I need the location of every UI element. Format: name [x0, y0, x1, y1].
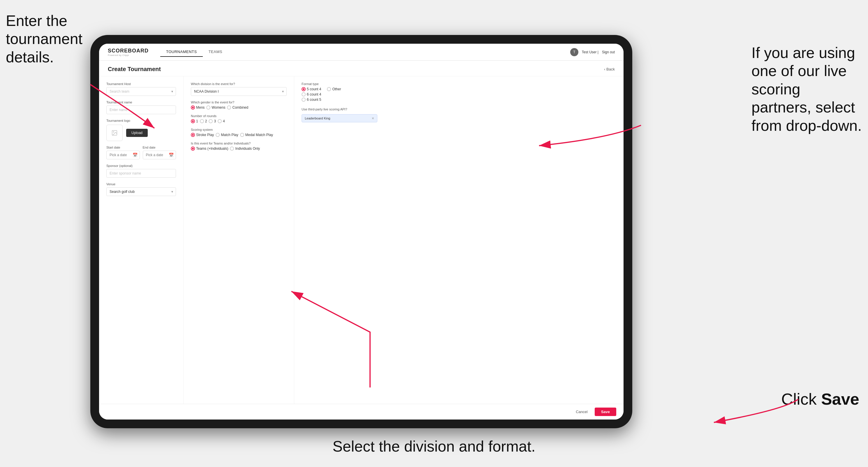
gender-womens[interactable]: Womens — [206, 105, 225, 110]
end-date-group: End date 📅 — [143, 146, 176, 159]
scoring-match-radio[interactable] — [216, 133, 220, 137]
format-6count5-radio[interactable] — [302, 98, 306, 102]
scoring-medal[interactable]: Medal Match Play — [240, 133, 273, 137]
rounds-label: Number of rounds — [191, 114, 287, 118]
gender-womens-radio[interactable] — [206, 105, 210, 110]
scoring-match[interactable]: Match Play — [216, 133, 238, 137]
individuals-only[interactable]: Individuals Only — [230, 147, 260, 151]
division-label: Which division is the event for? — [191, 82, 287, 86]
tab-teams[interactable]: TEAMS — [203, 47, 228, 57]
gender-mens-radio[interactable] — [191, 105, 195, 110]
end-date-label: End date — [143, 146, 176, 149]
rounds-4-radio[interactable] — [218, 119, 222, 123]
format-row-1: 5 count 4 Other — [302, 87, 377, 91]
form-body: Tournament Host Tournament name Tourname… — [99, 76, 624, 404]
tournament-name-group: Tournament name — [106, 100, 176, 114]
rounds-2-label: 2 — [205, 119, 207, 123]
division-group: Which division is the event for? NCAA Di… — [191, 82, 287, 96]
date-row: Start date 📅 End date 📅 — [106, 146, 176, 159]
rounds-1[interactable]: 1 — [191, 119, 198, 123]
start-date-calendar-icon: 📅 — [132, 153, 137, 157]
annotation-bottomright: Click Save — [781, 389, 859, 409]
annotation-bottom: Select the division and format. — [333, 437, 535, 455]
teams-plus-individuals[interactable]: Teams (+Individuals) — [191, 147, 228, 151]
user-name: Test User | — [582, 50, 598, 54]
start-date-label: Start date — [106, 146, 140, 149]
live-scoring-group: Use third-party live scoring API? Leader… — [302, 107, 377, 122]
cancel-button[interactable]: Cancel — [572, 408, 591, 416]
tab-tournaments[interactable]: TOURNAMENTS — [160, 47, 203, 57]
venue-select-wrapper: Search golf club — [106, 187, 176, 196]
scoring-medal-radio[interactable] — [240, 133, 244, 137]
rounds-1-radio[interactable] — [191, 119, 195, 123]
back-button[interactable]: ‹ Back — [604, 67, 615, 71]
tablet-screen: SCOREBOARD Powered by Clippi TOURNAMENTS… — [99, 44, 624, 419]
form-footer: Cancel Save — [99, 404, 624, 419]
gender-combined-radio[interactable] — [227, 105, 231, 110]
scoring-stroke[interactable]: Stroke Play — [191, 133, 214, 137]
format-6count5[interactable]: 6 count 5 — [302, 98, 321, 102]
format-row-2: 6 count 4 — [302, 92, 377, 96]
logo-title: SCOREBOARD — [108, 48, 149, 54]
nav-bar: SCOREBOARD Powered by Clippi TOURNAMENTS… — [99, 44, 624, 61]
venue-select[interactable]: Search golf club — [106, 187, 176, 196]
start-date-group: Start date 📅 — [106, 146, 140, 159]
left-column: Tournament Host Tournament name Tourname… — [99, 76, 184, 404]
nav-user: T Test User | Sign out — [570, 48, 615, 56]
annotation-topright: If you are using one of our live scoring… — [751, 44, 862, 134]
format-type-group: Format type 5 count 4 Other — [302, 82, 377, 103]
individuals-only-radio[interactable] — [230, 147, 234, 151]
logo-area: SCOREBOARD Powered by Clippi — [108, 48, 149, 57]
mid-column: Which division is the event for? NCAA Di… — [184, 76, 294, 404]
rounds-4-label: 4 — [223, 119, 225, 123]
rounds-3[interactable]: 3 — [209, 119, 216, 123]
format-5count4-radio[interactable] — [302, 87, 306, 91]
gender-combined[interactable]: Combined — [227, 105, 248, 110]
format-options: 5 count 4 Other 6 count 4 — [302, 87, 377, 103]
rounds-3-radio[interactable] — [209, 119, 213, 123]
rounds-3-label: 3 — [214, 119, 216, 123]
sign-out-link[interactable]: Sign out — [602, 50, 615, 54]
live-scoring-tag: Leaderboard King × — [302, 114, 377, 122]
tournament-host-label: Tournament Host — [106, 82, 176, 86]
format-5count4[interactable]: 5 count 4 — [302, 87, 321, 91]
scoring-group: Scoring system Stroke Play Match Play — [191, 128, 287, 137]
tournament-host-input[interactable] — [106, 87, 176, 96]
teams-plus-radio[interactable] — [191, 147, 195, 151]
rounds-2[interactable]: 2 — [200, 119, 207, 123]
tournament-name-input[interactable] — [106, 105, 176, 114]
format-other-label: Other — [332, 87, 341, 91]
format-5count4-label: 5 count 4 — [307, 87, 321, 91]
rounds-1-label: 1 — [196, 119, 198, 123]
page-header: Create Tournament ‹ Back — [99, 61, 624, 76]
venue-group: Venue Search golf club — [106, 182, 176, 196]
format-6count4[interactable]: 6 count 4 — [302, 92, 321, 96]
format-6count4-radio[interactable] — [302, 92, 306, 96]
gender-mens[interactable]: Mens — [191, 105, 205, 110]
scoring-stroke-radio[interactable] — [191, 133, 195, 137]
avatar: T — [570, 48, 578, 56]
gender-combined-label: Combined — [232, 105, 248, 110]
annotation-topleft: Enter the tournament details. — [6, 12, 87, 66]
live-scoring-close[interactable]: × — [372, 116, 374, 121]
format-row-3: 6 count 5 — [302, 98, 377, 102]
tournament-logo-group: Tournament logo Upload — [106, 119, 176, 141]
tournament-name-label: Tournament name — [106, 100, 176, 104]
logo-placeholder — [106, 125, 123, 141]
annotation-save-bold: Save — [821, 390, 859, 408]
teams-radio-group: Teams (+Individuals) Individuals Only — [191, 147, 287, 151]
format-other-radio[interactable] — [327, 87, 331, 91]
rounds-group: Number of rounds 1 2 — [191, 114, 287, 123]
save-button[interactable]: Save — [595, 408, 616, 416]
page-content: Create Tournament ‹ Back Tournament Host… — [99, 61, 624, 419]
rounds-4[interactable]: 4 — [218, 119, 225, 123]
division-select[interactable]: NCAA Division I — [191, 87, 287, 96]
teams-label: Is this event for Teams and/or Individua… — [191, 142, 287, 145]
division-select-wrapper: NCAA Division I — [191, 87, 287, 96]
gender-label: Which gender is the event for? — [191, 100, 287, 104]
upload-button[interactable]: Upload — [126, 129, 148, 137]
sponsor-input[interactable] — [106, 169, 176, 178]
format-other[interactable]: Other — [327, 87, 341, 91]
scoring-radio-group: Stroke Play Match Play Medal Match Play — [191, 133, 287, 137]
rounds-2-radio[interactable] — [200, 119, 204, 123]
